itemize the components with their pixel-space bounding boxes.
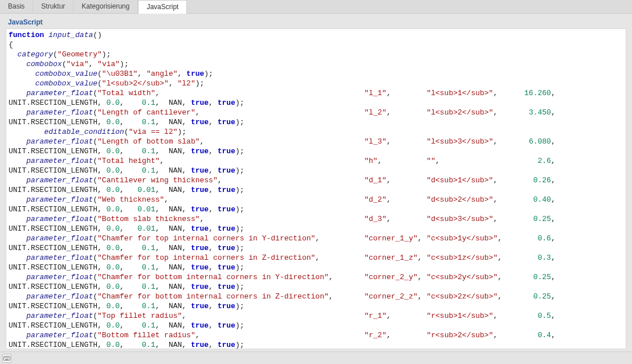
tab-struktur[interactable]: Struktur: [33, 0, 74, 13]
tab-basis[interactable]: Basis: [0, 0, 33, 13]
status-bar: [0, 351, 632, 364]
tab-javascript[interactable]: JavaScript: [138, 0, 187, 14]
code-editor[interactable]: function input_data() { category("Geomet…: [6, 28, 626, 349]
code-content[interactable]: function input_data() { category("Geomet…: [9, 30, 623, 349]
tab-bar: BasisStrukturKategorisierungJavaScript: [0, 0, 632, 14]
content-area: JavaScript function input_data() { categ…: [0, 14, 632, 351]
tab-kategorisierung[interactable]: Kategorisierung: [74, 0, 138, 13]
code-scroll[interactable]: function input_data() { category("Geomet…: [6, 29, 626, 349]
section-title: JavaScript: [6, 17, 626, 28]
svg-rect-4: [8, 357, 9, 358]
svg-rect-3: [7, 357, 7, 358]
svg-rect-2: [6, 357, 6, 358]
svg-rect-1: [5, 357, 5, 358]
svg-rect-5: [5, 359, 9, 359]
keyboard-icon[interactable]: [2, 354, 11, 363]
svg-rect-0: [4, 356, 10, 360]
editor-window: BasisStrukturKategorisierungJavaScript J…: [0, 0, 632, 364]
